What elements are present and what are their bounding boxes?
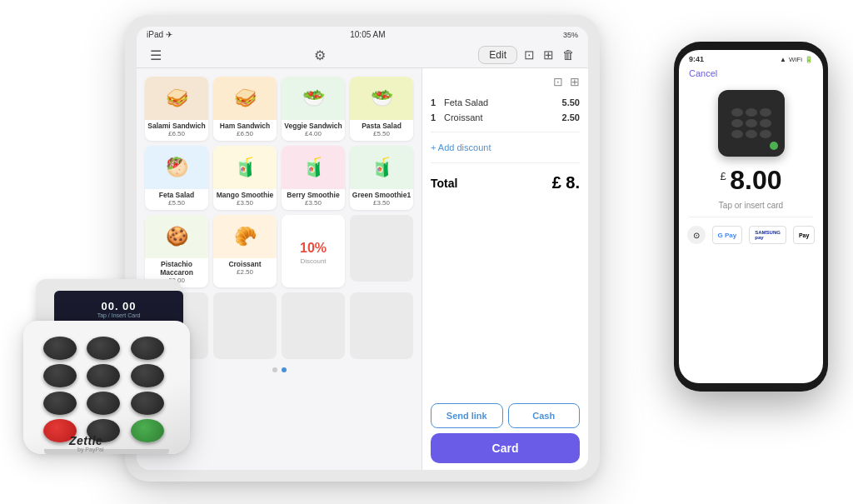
rp-icons: ⊡ ⊞ — [431, 75, 580, 95]
reader-keypad — [43, 337, 170, 442]
nfc-icon[interactable]: ⊙ — [687, 226, 706, 244]
order-price-2: 2.50 — [562, 112, 580, 122]
tablet-time: 10:05 AM — [350, 30, 385, 39]
divider-1 — [431, 132, 580, 132]
navbar-icons: ⊡ ⊞ 🗑 — [524, 47, 575, 62]
grid-view-icon[interactable]: ⊞ — [570, 75, 580, 88]
total-row: Total £ 8. — [431, 170, 580, 196]
order-item-2: 1 Croissant 2.50 — [431, 110, 580, 125]
pkey-9 — [760, 130, 771, 138]
barcode-scan-icon[interactable]: ⊡ — [553, 75, 563, 88]
product-green-smoothie[interactable]: 🧃 Green Smoothie1 £3.50 — [350, 146, 413, 210]
barcode-icon[interactable]: ⊡ — [524, 47, 535, 62]
product-name: Green Smoothie1 — [351, 189, 412, 199]
order-qty-1: 1 — [431, 97, 444, 107]
key-3[interactable] — [131, 337, 164, 360]
phone-reader-device — [718, 90, 785, 157]
pkey-6 — [760, 119, 771, 127]
product-berry-smoothie[interactable]: 🧃 Berry Smoothie £3.50 — [282, 146, 345, 210]
hamburger-icon[interactable]: ☰ — [150, 47, 162, 63]
key-5[interactable] — [87, 364, 120, 387]
zettle-brand: Zettle — [69, 434, 102, 447]
filter-icon[interactable]: ⚙ — [314, 47, 326, 63]
product-price: £6.50 — [237, 130, 253, 141]
phone-status-right: ▲ WiFi 🔋 — [780, 55, 813, 63]
apple-pay-icon[interactable]: Pay — [793, 226, 815, 244]
product-price: £2.50 — [237, 268, 253, 279]
phone-wifi: WiFi — [789, 56, 802, 63]
discount-label: Discount — [300, 257, 326, 268]
product-img: 🍪 — [145, 215, 208, 258]
product-mango-smoothie[interactable]: 🧃 Mango Smoothie £3.50 — [213, 146, 277, 210]
zettle-sub: by PayPal — [77, 447, 104, 452]
key-4[interactable] — [43, 364, 77, 387]
dot-1[interactable] — [272, 367, 277, 372]
tablet-navbar: ☰ ⚙ Edit ⊡ ⊞ 🗑 — [137, 42, 588, 68]
tablet-statusbar: iPad ✈ 10:05 AM 35% — [137, 27, 588, 42]
edit-button[interactable]: Edit — [478, 46, 517, 64]
product-empty-4 — [282, 292, 345, 359]
key-2[interactable] — [87, 337, 120, 360]
send-link-button[interactable]: Send link — [431, 403, 503, 428]
order-name-1: Feta Salad — [444, 97, 562, 107]
key-confirm[interactable] — [131, 419, 164, 442]
product-name: Berry Smoothie — [285, 189, 341, 199]
gpay-icon[interactable]: G Pay — [712, 226, 743, 244]
phone-amount-value: 8.00 — [730, 165, 781, 195]
key-1[interactable] — [43, 337, 77, 360]
phone-signal: ▲ — [780, 56, 786, 63]
product-feta-salad[interactable]: 🥙 Feta Salad £5.50 — [145, 146, 208, 210]
tablet-status-left: iPad ✈ — [147, 30, 172, 39]
key-6[interactable] — [131, 364, 164, 387]
product-salami-sandwich[interactable]: 🥪 Salami Sandwich £6.50 — [145, 77, 208, 141]
tablet-content: 🥪 Salami Sandwich £6.50 🥪 Ham Sandwich £… — [137, 68, 588, 470]
total-amount: £ 8. — [552, 173, 580, 192]
order-price-1: 5.50 — [562, 97, 580, 107]
product-price: £6.50 — [168, 130, 185, 141]
product-name: Pasta Salad — [360, 120, 403, 130]
key-9[interactable] — [131, 392, 164, 415]
phone-statusbar: 9:41 ▲ WiFi 🔋 — [679, 50, 823, 65]
product-name: Feta Salad — [157, 189, 197, 199]
phone: 9:41 ▲ WiFi 🔋 Cancel — [674, 42, 828, 392]
reader-body: Zettle by PayPal — [23, 321, 190, 454]
product-price: £5.50 — [373, 130, 390, 141]
phone-time: 9:41 — [689, 55, 704, 63]
product-img: 🥗 — [282, 77, 345, 120]
key-7[interactable] — [43, 392, 77, 415]
product-img: 🥗 — [350, 77, 413, 120]
product-ham-sandwich[interactable]: 🥪 Ham Sandwich £6.50 — [213, 77, 277, 141]
product-pasta-salad[interactable]: 🥗 Pasta Salad £5.50 — [350, 77, 413, 141]
pkey-4 — [731, 119, 743, 127]
phone-cancel-button[interactable]: Cancel — [679, 65, 823, 82]
pkey-3 — [760, 108, 771, 117]
dot-2[interactable] — [282, 367, 287, 372]
navbar-center: ⚙ — [168, 47, 471, 63]
product-name: Salami Sandwich — [146, 120, 207, 130]
total-label: Total — [431, 177, 457, 190]
discount-percent: 10% — [300, 234, 327, 257]
phone-currency: £ — [721, 170, 726, 182]
samsung-pay-icon[interactable]: SAMSUNGpay — [749, 226, 786, 244]
order-item-1: 1 Feta Salad 5.50 — [431, 95, 580, 110]
product-veggie-sandwich[interactable]: 🥗 Veggie Sandwich £4.00 — [282, 77, 345, 141]
phone-reader-keypad — [725, 102, 778, 145]
product-price: £4.00 — [305, 130, 322, 141]
phone-battery: 🔋 — [805, 56, 813, 63]
grid-icon[interactable]: ⊞ — [543, 47, 554, 62]
product-croissant[interactable]: 🥐 Croissant £2.50 — [213, 215, 277, 287]
payment-buttons: Send link Cash Card — [431, 403, 580, 463]
card-button[interactable]: Card — [431, 433, 580, 463]
cash-button[interactable]: Cash — [508, 403, 581, 428]
key-8[interactable] — [87, 392, 120, 415]
reader-slot — [44, 449, 169, 454]
add-discount-button[interactable]: + Add discount — [431, 139, 580, 156]
trash-icon[interactable]: 🗑 — [562, 47, 575, 62]
product-name: Mango Smoothie — [215, 189, 275, 199]
pay-row: Send link Cash — [431, 403, 580, 428]
product-img: 🧃 — [282, 146, 345, 189]
phone-payment-icons: ⊙ G Pay SAMSUNGpay Pay — [679, 217, 823, 252]
phone-card-reader-img — [679, 82, 823, 162]
pkey-5 — [746, 119, 757, 127]
product-discount[interactable]: 10% Discount — [282, 215, 345, 287]
